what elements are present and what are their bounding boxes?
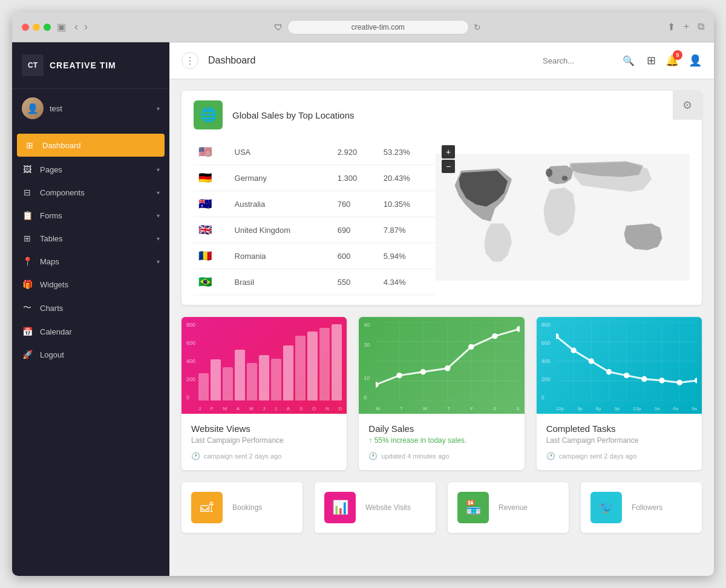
charts-icon: 〜: [22, 302, 33, 313]
sidebar: CT CREATIVE TIM 👤 test ▾ ⊞ Dashboard 🖼 P…: [12, 42, 169, 576]
flag-germany: 🇩🇪: [198, 172, 212, 184]
svg-point-38: [659, 377, 664, 383]
stats-row: 🛋 Bookings 📊 Website Visits: [182, 482, 702, 533]
website-views-chart: 800 600 400 200 0: [182, 317, 347, 414]
daily-sales-chart: 40 30 10 0: [359, 317, 524, 414]
svg-point-19: [517, 326, 520, 332]
x-label: F: [470, 406, 473, 411]
svg-point-36: [624, 373, 629, 378]
chart-footer-text: campaign sent 2 days ago: [559, 452, 636, 460]
globe-icon: 🌐: [194, 100, 223, 129]
website-views-card: 800 600 400 200 0: [182, 317, 347, 470]
sidebar-item-components[interactable]: ⊟ Components ▾: [12, 181, 169, 204]
line-chart-svg: [376, 322, 519, 400]
chart-footer-text: updated 4 minutes ago: [381, 452, 449, 460]
map-zoom-controls: + −: [442, 145, 455, 173]
sidebar-item-dashboard[interactable]: ⊞ Dashboard: [17, 134, 165, 157]
flag-australia: 🇦🇺: [198, 198, 212, 210]
country-value: 760: [333, 191, 379, 217]
y-label: 400: [186, 358, 195, 364]
sidebar-item-tables[interactable]: ⊞ Tables ▾: [12, 227, 169, 250]
country-percent: 4.34%: [379, 269, 436, 295]
svg-point-16: [445, 365, 450, 371]
sidebar-user[interactable]: 👤 test ▾: [12, 89, 169, 128]
chart-title: Website Views: [191, 423, 337, 434]
back-icon[interactable]: ‹: [74, 21, 78, 33]
country-percent: 7.87%: [379, 217, 436, 243]
notifications-button[interactable]: 🔔 5: [666, 54, 679, 67]
table-row: 🇧🇷 Brasil 550 4.34%: [194, 269, 436, 295]
sidebar-item-maps[interactable]: 📍 Maps ▾: [12, 250, 169, 273]
new-tab-icon[interactable]: +: [684, 21, 689, 33]
maximize-dot[interactable]: [44, 24, 51, 31]
logout-icon: 🚀: [22, 350, 33, 359]
address-bar[interactable]: creative-tim.com: [287, 20, 469, 34]
sidebar-item-charts[interactable]: 〜 Charts: [12, 296, 169, 320]
bar: [295, 336, 306, 400]
sidebar-item-label: Pages: [40, 165, 62, 174]
world-map-svg: [436, 142, 690, 293]
table-row: 🇬🇧 United Kingdom 690 7.87%: [194, 217, 436, 243]
brand-logo: CT: [22, 54, 44, 76]
menu-button[interactable]: ⋮: [182, 52, 198, 69]
svg-point-34: [588, 358, 594, 364]
y-label: 30: [364, 342, 370, 348]
calendar-icon: 📅: [22, 327, 33, 336]
flag-brasil: 🇧🇷: [198, 276, 212, 288]
brand-name: CREATIVE TIM: [50, 60, 116, 70]
country-value: 2.920: [333, 139, 379, 165]
country-name: USA: [230, 139, 333, 165]
country-table: 🇺🇸 USA 2.920 53.23% 🇩🇪 Germany 1.300: [194, 139, 436, 295]
x-label: T: [447, 406, 450, 411]
reload-icon[interactable]: ↻: [474, 22, 481, 32]
country-percent: 10.35%: [379, 191, 436, 217]
zoom-out-button[interactable]: −: [442, 160, 455, 173]
share-icon[interactable]: ⬆: [667, 21, 675, 33]
sidebar-item-pages[interactable]: 🖼 Pages ▾: [12, 158, 169, 181]
zoom-in-button[interactable]: +: [442, 145, 455, 158]
forward-icon[interactable]: ›: [84, 21, 88, 33]
map-body: 🇺🇸 USA 2.920 53.23% 🇩🇪 Germany 1.300: [182, 139, 702, 305]
country-percent: 20.43%: [379, 165, 436, 191]
sidebar-brand: CT CREATIVE TIM: [12, 42, 169, 89]
stat-info: Revenue: [499, 503, 559, 512]
map-settings-button[interactable]: ⚙: [673, 91, 702, 120]
avatar: 👤: [22, 97, 44, 119]
chart-info: Completed Tasks Last Campaign Performanc…: [537, 414, 702, 470]
map-widget: 🌐 Global Sales by Top Locations ⚙ 🇺🇸 USA…: [182, 91, 702, 305]
stat-card-revenue: 🏪 Revenue: [448, 482, 569, 533]
sidebar-item-label: Tables: [40, 234, 63, 243]
stat-label: Bookings: [232, 503, 293, 512]
sidebar-item-label: Charts: [40, 304, 63, 313]
close-dot[interactable]: [22, 24, 29, 31]
split-icon[interactable]: ⧉: [698, 21, 704, 33]
y-label: 600: [186, 340, 195, 346]
sidebar-item-label: Dashboard: [42, 141, 81, 150]
svg-point-17: [468, 344, 474, 350]
forms-icon: 📋: [22, 211, 33, 220]
table-row: 🇺🇸 USA 2.920 53.23%: [194, 139, 436, 165]
grid-icon-button[interactable]: ⊞: [647, 54, 656, 67]
search-button[interactable]: 🔍: [620, 53, 637, 69]
sidebar-item-calendar[interactable]: 📅 Calendar: [12, 320, 169, 343]
x-label: 12p: [633, 406, 641, 411]
sidebar-item-widgets[interactable]: 🎁 Widgets: [12, 273, 169, 296]
minimize-dot[interactable]: [33, 24, 40, 31]
country-value: 690: [333, 217, 379, 243]
components-icon: ⊟: [22, 188, 33, 197]
country-value: 600: [333, 243, 379, 269]
sidebar-item-logout[interactable]: 🚀 Logout: [12, 343, 169, 366]
country-name: Romania: [230, 243, 333, 269]
search-input[interactable]: [543, 56, 615, 65]
twitter-icon: 🐦: [598, 500, 615, 515]
maps-icon: 📍: [22, 256, 33, 266]
x-label: N: [325, 406, 329, 411]
sidebar-item-forms[interactable]: 📋 Forms ▾: [12, 204, 169, 227]
bookings-icon-box: 🛋: [191, 492, 223, 523]
world-map-area: + −: [436, 139, 690, 295]
user-profile-button[interactable]: 👤: [688, 54, 702, 67]
chart-subtitle: ↑ 55% increase in today sales.: [368, 436, 514, 445]
x-label: W: [423, 406, 428, 411]
sidebar-toggle-icon[interactable]: ▣: [57, 21, 66, 33]
clock-icon: 🕐: [546, 452, 555, 460]
